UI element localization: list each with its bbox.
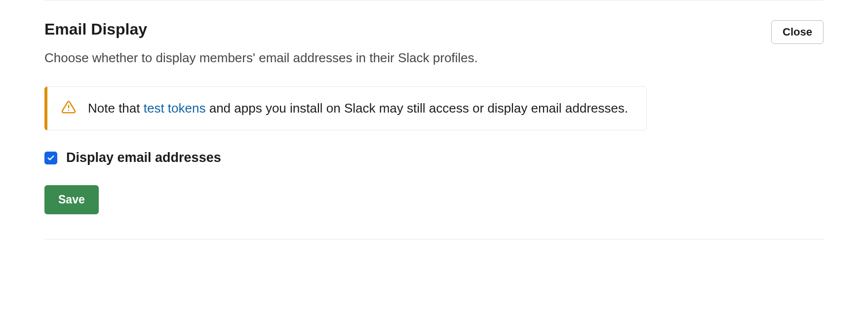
- alert-text-after: and apps you install on Slack may still …: [205, 101, 628, 116]
- bottom-divider: [44, 239, 824, 239]
- warning-alert: Note that test tokens and apps you insta…: [44, 86, 647, 130]
- display-email-checkbox-row: Display email addresses: [44, 150, 824, 165]
- save-button[interactable]: Save: [44, 185, 99, 214]
- test-tokens-link[interactable]: test tokens: [144, 101, 206, 116]
- display-email-checkbox-label: Display email addresses: [66, 150, 221, 165]
- alert-text: Note that test tokens and apps you insta…: [88, 99, 628, 118]
- warning-icon: [61, 100, 76, 117]
- alert-text-before: Note that: [88, 101, 144, 116]
- section-description: Choose whether to display members' email…: [44, 49, 824, 67]
- top-divider: [44, 0, 824, 0]
- display-email-checkbox[interactable]: [44, 152, 57, 164]
- section-header: Email Display Close: [44, 20, 824, 44]
- section-title: Email Display: [44, 20, 147, 39]
- close-button[interactable]: Close: [771, 20, 824, 44]
